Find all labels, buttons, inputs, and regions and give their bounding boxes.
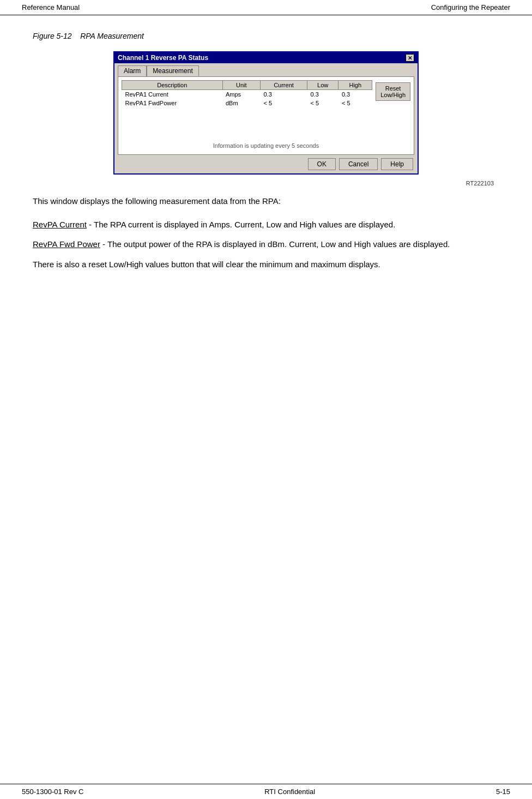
dialog-table-wrapper: Description Unit Current Low High RevPA1… [122,80,410,107]
row2-unit: dBm [222,99,260,107]
row1-desc: RevPA1 Current [122,90,223,99]
row1-unit: Amps [222,90,260,99]
row1-current: 0.3 [260,90,307,99]
figure-title: RPA Measurement [80,32,144,40]
row2-desc: RevPA1 FwdPower [122,99,223,107]
dialog-box: Channel 1 Reverse PA Status ✕ Alarm Meas… [113,51,419,175]
reset-info-paragraph: There is also a reset Low/High values bu… [33,259,499,271]
dialog-tab-content: Description Unit Current Low High RevPA1… [118,76,414,155]
reset-info-text: There is also a reset Low/High values bu… [33,260,380,269]
tab-alarm[interactable]: Alarm [118,65,147,76]
dialog-title: Channel 1 Reverse PA Status [118,54,208,62]
row2-low: < 5 [307,99,338,107]
measurement-table: Description Unit Current Low High RevPA1… [122,80,372,107]
info-text: Information is updating every 5 seconds [213,142,319,149]
page-footer: 550-1300-01 Rev C RTI Confidential 5-15 [0,784,532,799]
figure-caption: Figure 5-12 RPA Measurement [33,32,499,40]
help-button[interactable]: Help [381,158,413,170]
footer-right: 5-15 [496,788,510,796]
rt-code: RT222103 [33,180,499,187]
dialog-table-left: Description Unit Current Low High RevPA1… [122,80,372,107]
col-low: Low [307,81,338,90]
figure-label: Figure 5-12 [33,32,72,40]
dialog-info-bar: Information is updating every 5 seconds [122,140,410,151]
term-revpa-fwd: RevPA Fwd Power [33,239,100,249]
dialog-titlebar: Channel 1 Reverse PA Status ✕ [114,52,418,63]
dialog-footer: OK Cancel Help [114,155,418,173]
dialog-container: Channel 1 Reverse PA Status ✕ Alarm Meas… [33,51,499,175]
row1-high: 0.3 [338,90,372,99]
dialog-tabs: Alarm Measurement [114,63,418,76]
page-header: Reference Manual Configuring the Repeate… [0,0,532,15]
revpa-fwd-rest: - The output power of the RPA is display… [100,239,450,249]
intro-paragraph: This window displays the following measu… [33,195,499,208]
page-content: Figure 5-12 RPA Measurement Channel 1 Re… [0,15,532,311]
cancel-button[interactable]: Cancel [339,158,378,170]
col-high: High [338,81,372,90]
revpa-current-paragraph: RevPA Current - The RPA current is displ… [33,219,499,231]
revpa-fwd-paragraph: RevPA Fwd Power - The output power of th… [33,238,499,251]
dialog-close-button[interactable]: ✕ [406,54,414,62]
footer-center: RTI Confidential [264,788,315,796]
col-current: Current [260,81,307,90]
col-description: Description [122,81,223,90]
col-unit: Unit [222,81,260,90]
header-right: Configuring the Repeater [431,3,510,11]
tab-measurement[interactable]: Measurement [147,65,198,76]
table-row: RevPA1 FwdPower dBm < 5 < 5 < 5 [122,99,372,107]
revpa-current-rest: - The RPA current is displayed in Amps. … [87,220,395,229]
row2-high: < 5 [338,99,372,107]
header-left: Reference Manual [22,3,80,11]
row2-current: < 5 [260,99,307,107]
intro-text: This window displays the following measu… [33,196,281,206]
row1-low: 0.3 [307,90,338,99]
reset-button-container: ResetLow/High [376,80,410,107]
footer-left: 550-1300-01 Rev C [22,788,83,796]
reset-low-high-button[interactable]: ResetLow/High [376,82,410,101]
term-revpa-current: RevPA Current [33,220,87,229]
table-row: RevPA1 Current Amps 0.3 0.3 0.3 [122,90,372,99]
ok-button[interactable]: OK [308,158,336,170]
